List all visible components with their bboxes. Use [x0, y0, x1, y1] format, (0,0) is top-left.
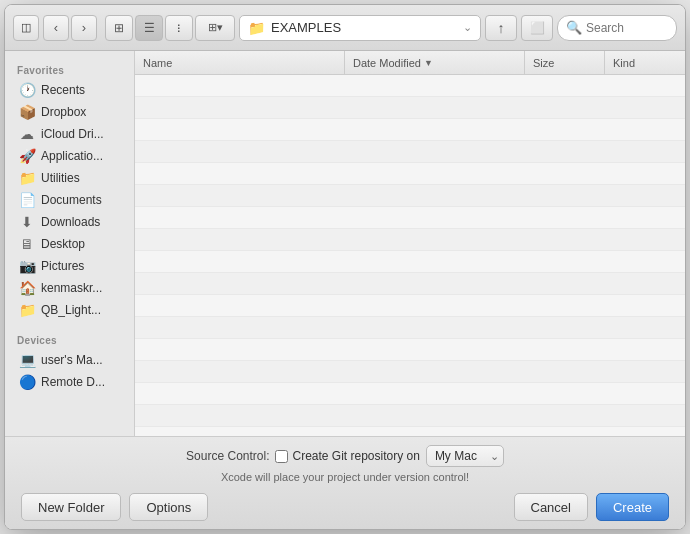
create-button[interactable]: Create: [596, 493, 669, 521]
pictures-icon: 📷: [19, 258, 35, 274]
sidebar: Favorites 🕐 Recents 📦 Dropbox ☁ iCloud D…: [5, 51, 135, 436]
sidebar-item-utilities[interactable]: 📁 Utilities: [9, 167, 130, 189]
table-row: [135, 229, 685, 251]
sidebar-item-icloud[interactable]: ☁ iCloud Dri...: [9, 123, 130, 145]
location-select-wrapper: My Mac GitHub Bitbucket: [426, 445, 504, 467]
source-control-label: Source Control:: [186, 449, 269, 463]
name-column-header[interactable]: Name: [135, 51, 345, 74]
location-bar[interactable]: 📁 EXAMPLES ⌄: [239, 15, 481, 41]
sidebar-item-documents[interactable]: 📄 Documents: [9, 189, 130, 211]
usersmac-icon: 💻: [19, 352, 35, 368]
sidebar-item-label: Pictures: [41, 259, 84, 273]
table-row: [135, 383, 685, 405]
list-view-icon: ☰: [144, 21, 155, 35]
date-column-header[interactable]: Date Modified ▼: [345, 51, 525, 74]
sidebar-item-pictures[interactable]: 📷 Pictures: [9, 255, 130, 277]
sidebar-item-applications[interactable]: 🚀 Applicatio...: [9, 145, 130, 167]
file-area: Name Date Modified ▼ Size Kind: [135, 51, 685, 436]
right-buttons: Cancel Create: [514, 493, 670, 521]
share-icon: ↑: [498, 20, 505, 36]
column-view-button[interactable]: ⫶: [165, 15, 193, 41]
column-headers: Name Date Modified ▼ Size Kind: [135, 51, 685, 75]
table-row: [135, 361, 685, 383]
location-label: EXAMPLES: [271, 20, 341, 35]
nav-group: ‹ ›: [43, 15, 97, 41]
table-row: [135, 251, 685, 273]
git-checkbox[interactable]: [275, 450, 288, 463]
sidebar-item-dropbox[interactable]: 📦 Dropbox: [9, 101, 130, 123]
sidebar-item-label: iCloud Dri...: [41, 127, 104, 141]
back-button[interactable]: ‹: [43, 15, 69, 41]
devices-label: Devices: [5, 329, 134, 349]
search-icon: 🔍: [566, 20, 582, 35]
sidebar-item-label: kenmaskr...: [41, 281, 102, 295]
left-buttons: New Folder Options: [21, 493, 208, 521]
sidebar-item-label: Downloads: [41, 215, 100, 229]
gallery-view-icon: ⊞▾: [208, 21, 223, 34]
favorites-label: Favorites: [5, 59, 134, 79]
applications-icon: 🚀: [19, 148, 35, 164]
button-row: New Folder Options Cancel Create: [21, 493, 669, 521]
share-button[interactable]: ↑: [485, 15, 517, 41]
gallery-view-button[interactable]: ⊞▾: [195, 15, 235, 41]
sidebar-item-label: Documents: [41, 193, 102, 207]
table-row: [135, 141, 685, 163]
sidebar-item-remoted[interactable]: 🔵 Remote D...: [9, 371, 130, 393]
window-button[interactable]: ⬜: [521, 15, 553, 41]
kind-column-header[interactable]: Kind: [605, 51, 685, 74]
sidebar-item-label: user's Ma...: [41, 353, 103, 367]
icon-view-button[interactable]: ⊞: [105, 15, 133, 41]
cancel-button[interactable]: Cancel: [514, 493, 588, 521]
downloads-icon: ⬇: [19, 214, 35, 230]
forward-icon: ›: [82, 20, 86, 35]
sidebar-item-label: Desktop: [41, 237, 85, 251]
table-row: [135, 75, 685, 97]
dropbox-icon: 📦: [19, 104, 35, 120]
documents-icon: 📄: [19, 192, 35, 208]
list-view-button[interactable]: ☰: [135, 15, 163, 41]
recents-icon: 🕐: [19, 82, 35, 98]
table-row: [135, 97, 685, 119]
column-view-icon: ⫶: [176, 21, 182, 35]
sidebar-item-desktop[interactable]: 🖥 Desktop: [9, 233, 130, 255]
table-row: [135, 317, 685, 339]
sidebar-item-kenmaskr[interactable]: 🏠 kenmaskr...: [9, 277, 130, 299]
new-folder-button[interactable]: New Folder: [21, 493, 121, 521]
back-icon: ‹: [54, 20, 58, 35]
git-checkbox-label: Create Git repository on: [292, 449, 419, 463]
table-row: [135, 295, 685, 317]
options-button[interactable]: Options: [129, 493, 208, 521]
desktop-icon: 🖥: [19, 236, 35, 252]
search-input[interactable]: [586, 21, 668, 35]
view-controls: ⊞ ☰ ⫶ ⊞▾: [105, 15, 235, 41]
sidebar-item-label: Remote D...: [41, 375, 105, 389]
utilities-icon: 📁: [19, 170, 35, 186]
sidebar-item-usersmac[interactable]: 💻 user's Ma...: [9, 349, 130, 371]
sidebar-item-label: QB_Light...: [41, 303, 101, 317]
table-row: [135, 405, 685, 427]
save-dialog: ◫ ‹ › ⊞ ☰ ⫶ ⊞▾ 📁 EXAMP: [4, 4, 686, 530]
sidebar-item-downloads[interactable]: ⬇ Downloads: [9, 211, 130, 233]
table-row: [135, 273, 685, 295]
icloud-icon: ☁: [19, 126, 35, 142]
sidebar-item-qblight[interactable]: 📁 QB_Light...: [9, 299, 130, 321]
size-column-header[interactable]: Size: [525, 51, 605, 74]
bottom-bar: Source Control: Create Git repository on…: [5, 436, 685, 529]
table-row: [135, 185, 685, 207]
location-select[interactable]: My Mac GitHub Bitbucket: [426, 445, 504, 467]
main-content: Favorites 🕐 Recents 📦 Dropbox ☁ iCloud D…: [5, 51, 685, 436]
table-row: [135, 207, 685, 229]
sidebar-toggle-button[interactable]: ◫: [13, 15, 39, 41]
folder-icon: 📁: [248, 20, 265, 36]
search-bar[interactable]: 🔍: [557, 15, 677, 41]
checkbox-container: Create Git repository on: [275, 449, 419, 463]
sidebar-item-label: Utilities: [41, 171, 80, 185]
kenmaskr-icon: 🏠: [19, 280, 35, 296]
forward-button[interactable]: ›: [71, 15, 97, 41]
sidebar-item-recents[interactable]: 🕐 Recents: [9, 79, 130, 101]
source-control-note: Xcode will place your project under vers…: [21, 471, 669, 483]
table-row: [135, 163, 685, 185]
source-control-row: Source Control: Create Git repository on…: [21, 445, 669, 467]
window-icon: ⬜: [530, 21, 545, 35]
qblight-icon: 📁: [19, 302, 35, 318]
